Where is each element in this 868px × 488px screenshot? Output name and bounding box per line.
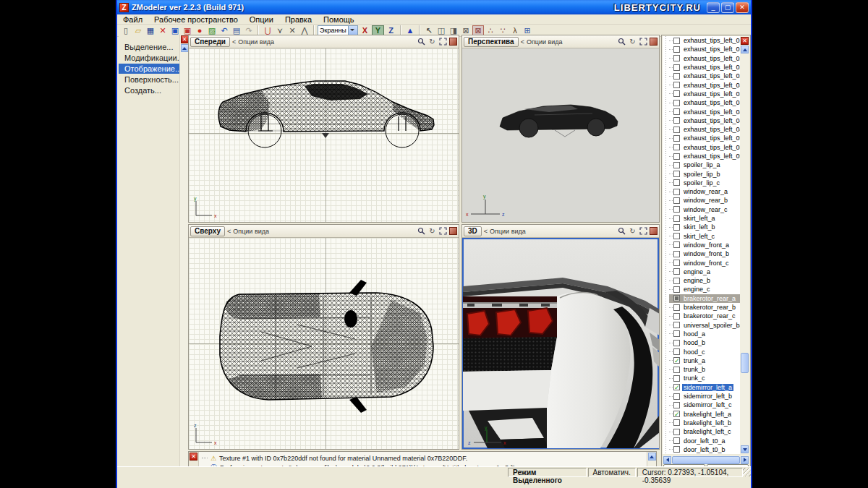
resize-grip[interactable]	[743, 468, 751, 476]
minimize-button[interactable]: _	[707, 2, 720, 13]
hierarchy-hscrollbar[interactable]	[663, 455, 749, 465]
status-mode[interactable]: Режим Выделенного	[508, 468, 587, 477]
list-item[interactable]: exhaust_tips_left_04_	[669, 125, 741, 134]
menu-edit[interactable]: Правка	[285, 15, 312, 24]
list-item[interactable]: trunk_b	[669, 365, 741, 374]
list-item-label[interactable]: window_rear_a	[682, 188, 729, 195]
list-item-label[interactable]: exhaust_tips_left_02_	[682, 72, 741, 80]
sidebar-close-icon[interactable]: ✕	[181, 35, 189, 43]
visibility-checkbox[interactable]	[673, 127, 680, 133]
list-item[interactable]: skirt_left_b	[669, 223, 741, 231]
zoom-icon[interactable]	[617, 226, 626, 236]
visibility-checkbox[interactable]	[673, 82, 680, 88]
visibility-checkbox[interactable]	[673, 286, 680, 293]
list-item-label[interactable]: window_rear_c	[682, 206, 729, 213]
maximize-viewport-icon[interactable]	[449, 227, 457, 235]
list-item[interactable]: exhaust_tips_left_02_	[669, 63, 741, 72]
visibility-checkbox[interactable]	[673, 38, 680, 44]
list-item[interactable]: hood_b	[669, 338, 741, 347]
list-item-label[interactable]: trunk_c	[682, 374, 707, 382]
hierarchy-scroll-right-icon[interactable]	[741, 456, 749, 464]
visibility-checkbox[interactable]	[673, 367, 680, 373]
visibility-checkbox[interactable]	[673, 197, 680, 204]
viewport-top-options-label[interactable]: Опции вида	[233, 228, 414, 235]
list-item[interactable]: exhaust_tips_left_01_	[669, 36, 741, 45]
list-item[interactable]: exhaust_tips_left_04_	[669, 107, 741, 116]
chevron-left-icon[interactable]: <	[484, 228, 488, 235]
hierarchy-scroll-down-icon[interactable]	[741, 445, 749, 453]
list-item-label[interactable]: sidemirror_left_c	[682, 401, 733, 408]
visibility-checkbox[interactable]	[673, 108, 680, 115]
list-item[interactable]: sidemirror_left_c	[669, 401, 741, 409]
viewport-perspective[interactable]: Перспектива < Опции вида ↻	[461, 35, 660, 223]
list-item[interactable]: window_rear_b	[669, 196, 741, 205]
visibility-checkbox[interactable]	[673, 330, 680, 337]
menu-help[interactable]: Помощь	[323, 15, 354, 24]
log-scroll-up-icon[interactable]	[648, 453, 656, 461]
list-item-label[interactable]: spoiler_lip_c	[682, 179, 721, 187]
list-item-label[interactable]: exhaust_tips_left_04_	[682, 126, 741, 133]
list-item[interactable]: ✓sidemirror_left_a	[669, 383, 741, 392]
visibility-checkbox[interactable]	[673, 224, 680, 231]
visibility-checkbox[interactable]	[673, 402, 680, 408]
visibility-checkbox[interactable]	[673, 295, 680, 301]
list-item[interactable]: brakerotor_rear_c	[669, 312, 741, 320]
list-item[interactable]: exhaust_tips_left_05_	[669, 152, 741, 160]
list-item[interactable]: universal_spoiler_base	[669, 321, 741, 330]
viewport-top-name-button[interactable]: Сверху	[190, 226, 225, 236]
zoom-icon[interactable]	[617, 37, 626, 46]
list-item-label[interactable]: exhaust_tips_left_01_	[682, 46, 741, 53]
list-item[interactable]: skirt_left_a	[669, 214, 741, 223]
dropdown-arrow-icon[interactable]	[348, 26, 357, 35]
viewport-3d[interactable]: 3D < Опции вида ↻	[461, 224, 660, 450]
sidebar-item-create[interactable]: Создать...	[119, 85, 179, 95]
list-item-label[interactable]: brakelight_left_c	[682, 428, 733, 435]
list-item[interactable]: exhaust_tips_left_03_	[669, 90, 741, 98]
menu-file[interactable]: Файл	[123, 15, 142, 24]
visibility-checkbox[interactable]	[673, 100, 680, 106]
visibility-checkbox[interactable]	[673, 446, 680, 453]
viewport-perspective-options-label[interactable]: Опции вида	[527, 38, 615, 46]
visibility-checkbox[interactable]	[673, 375, 680, 382]
list-item-label[interactable]: trunk_b	[682, 366, 707, 373]
list-item-label[interactable]: hood_c	[682, 348, 707, 356]
visibility-checkbox[interactable]	[673, 117, 680, 124]
list-item[interactable]: exhaust_tips_left_03_	[669, 80, 741, 89]
list-item[interactable]: skirt_left_c	[669, 232, 741, 241]
visibility-checkbox[interactable]	[673, 64, 680, 71]
list-item[interactable]: brakerotor_rear_b	[669, 303, 741, 312]
list-item[interactable]: spoiler_lip_c	[669, 179, 741, 187]
list-item[interactable]: window_front_a	[669, 241, 741, 249]
list-item[interactable]: hood_c	[669, 347, 741, 356]
list-item[interactable]: exhaust_tips_left_02_	[669, 54, 741, 63]
list-item-label[interactable]: exhaust_tips_left_01_	[682, 37, 741, 44]
list-item-label[interactable]: exhaust_tips_left_05_	[682, 144, 741, 151]
list-item-label[interactable]: exhaust_tips_left_02_	[682, 64, 741, 71]
list-item[interactable]: engine_c	[669, 285, 741, 294]
list-item-label[interactable]: door_left_t0_b	[682, 446, 727, 453]
list-item-label[interactable]: hood_a	[682, 330, 707, 338]
hierarchy-scroll-up-icon[interactable]	[741, 46, 749, 53]
list-item[interactable]: ✓trunk_a	[669, 356, 741, 365]
list-item-label[interactable]: exhaust_tips_left_02_	[682, 55, 741, 62]
hierarchy-hscroll-thumb[interactable]	[672, 456, 740, 464]
chevron-left-icon[interactable]: <	[227, 228, 231, 235]
visibility-checkbox[interactable]	[673, 437, 680, 444]
visibility-checkbox[interactable]: ✓	[673, 384, 680, 390]
visibility-checkbox[interactable]	[673, 233, 680, 239]
list-item-label[interactable]: exhaust_tips_left_04_	[682, 117, 741, 124]
viewport-3d-name-button[interactable]: 3D	[464, 226, 482, 236]
list-item[interactable]: window_rear_a	[669, 187, 741, 196]
orbit-icon[interactable]: ↻	[628, 226, 637, 236]
visibility-checkbox[interactable]	[673, 268, 680, 275]
visibility-checkbox[interactable]	[673, 348, 680, 355]
list-item-label[interactable]: window_front_b	[682, 250, 731, 257]
maximize-viewport-icon[interactable]	[449, 38, 457, 46]
visibility-checkbox[interactable]: ✓	[673, 411, 680, 417]
chevron-left-icon[interactable]: <	[232, 38, 236, 46]
list-item-label[interactable]: spoiler_lip_b	[682, 171, 722, 178]
visibility-checkbox[interactable]	[673, 260, 680, 266]
list-item-label[interactable]: brakelight_left_b	[682, 419, 733, 427]
list-item[interactable]: door_left_t0_a	[669, 436, 741, 445]
list-item[interactable]: window_rear_c	[669, 205, 741, 214]
